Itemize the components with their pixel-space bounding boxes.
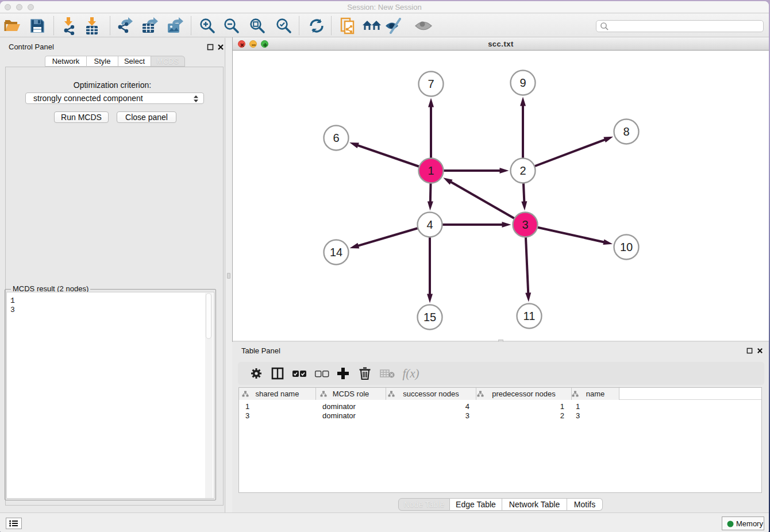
import-network: [59, 16, 79, 36]
svg-text:6: 6: [333, 132, 339, 144]
svg-text:7: 7: [428, 78, 434, 90]
add: [333, 364, 353, 383]
svg-text:1: 1: [428, 164, 434, 177]
toolbar: [0, 14, 769, 37]
show-eye: [414, 16, 433, 36]
optimization-select[interactable]: strongly connected component: [25, 92, 204, 104]
del-table: [378, 364, 397, 383]
export-network: [116, 16, 135, 36]
save: [28, 16, 47, 36]
network-window: scc.txt 1 2 3 4 6 7 8 9 10 11 14 15: [232, 37, 769, 342]
import-table: [82, 16, 102, 36]
check-on: [290, 364, 309, 383]
svg-text:9: 9: [519, 76, 526, 89]
node-table: shared name MCDS role successor nodes pr…: [238, 387, 762, 493]
zoom-out: [222, 16, 241, 36]
zoom-fit: [248, 16, 267, 36]
svg-text:4: 4: [426, 218, 433, 231]
export-image: [165, 16, 185, 36]
svg-text:15: 15: [424, 311, 436, 323]
close-panel[interactable]: Close panel: [117, 111, 176, 123]
search[interactable]: [596, 20, 764, 32]
zoom-sel: [274, 16, 294, 36]
cytoscape-session: Session: New Session: [0, 0, 770, 532]
check-off: [312, 364, 332, 383]
svg-text:2: 2: [519, 164, 526, 177]
clone: [338, 16, 358, 36]
svg-text:11: 11: [523, 310, 536, 322]
mcds-result: MCDS result (2 nodes) 13: [5, 289, 216, 500]
titlebar: Session: New Session: [0, 1, 769, 13]
refresh: [307, 16, 326, 36]
svg-text:14: 14: [330, 246, 342, 259]
del: [355, 364, 375, 383]
homes: [362, 16, 382, 36]
open: [3, 16, 22, 36]
main-window: Session: New Session: [0, 1, 769, 532]
export-table: [140, 16, 160, 36]
statusbar: Memory: [0, 512, 769, 532]
svg-text:8: 8: [623, 125, 629, 138]
gear: [247, 364, 266, 383]
svg-text:10: 10: [620, 241, 633, 253]
hide-eye: [384, 16, 403, 36]
run-mcds[interactable]: Run MCDS: [54, 111, 109, 123]
cols: [268, 364, 287, 383]
zoom-in: [198, 16, 217, 36]
svg-text:3: 3: [522, 218, 528, 231]
control-panel: Control Panel Network Style Select MCDS …: [0, 38, 225, 512]
fx: f(x): [399, 364, 423, 383]
table-panel: Table Panel: [232, 342, 769, 512]
memory[interactable]: Memory: [722, 516, 764, 530]
